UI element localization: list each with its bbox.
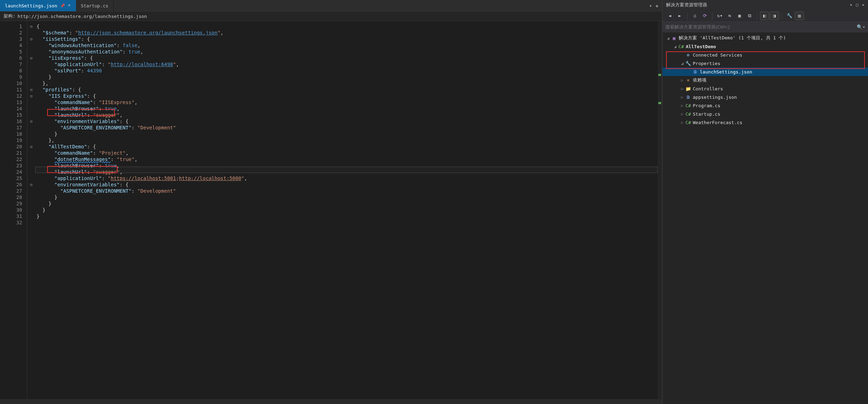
preview-button[interactable]: ▥ [795,12,804,20]
tree-weatherforecast[interactable]: ▷C# WeatherForecast.cs [663,118,868,127]
solution-explorer: 解决方案资源管理器 ▾ ▢ × ◄ ► ⌂ ⟳ ↻▾ ⇆ ▣ ⧉ ◧ ◨ 🔧 ▥ [662,0,868,404]
ruler-mark [658,102,661,104]
panel-title: 解决方案资源管理器 [666,2,707,8]
tree-dependencies[interactable]: ▷⌧ 依赖项 [663,76,868,84]
tab-launchsettings[interactable]: launchSettings.json 📌 × [0,0,76,11]
schema-link[interactable]: http://json.schemastore.org/launchsettin… [78,30,217,36]
tree-project[interactable]: ◢C# AllTestDemo [663,42,868,51]
schema-url[interactable]: http://json.schemastore.org/launchsettin… [18,14,147,19]
search-icon[interactable]: 🔍▾ [857,24,865,30]
dropdown-icon[interactable]: ▾ [850,2,852,7]
overview-ruler[interactable] [658,21,662,404]
search-input[interactable] [665,24,855,30]
url-link[interactable]: http://localhost:5000 [179,175,241,181]
tree-connected-services[interactable]: ⊕ Connected Services [663,51,868,59]
solexp-toolbar: ◄ ► ⌂ ⟳ ↻▾ ⇆ ▣ ⧉ ◧ ◨ 🔧 ▥ [663,10,868,22]
home-button[interactable]: ⌂ [690,12,699,20]
panel-title-bar: 解决方案资源管理器 ▾ ▢ × [663,0,868,10]
url-link[interactable]: https://localhost:5001 [111,175,176,181]
tree-program[interactable]: ▷C# Program.cs [663,101,868,110]
tree-controllers[interactable]: ▷📁 Controllers [663,84,868,93]
tree-launchsettings[interactable]: 🗎 launchSettings.json [663,68,868,76]
solexp-search[interactable]: 🔍▾ [663,22,868,32]
url-link[interactable]: http://localhost:6498 [111,62,173,67]
tab-settings-icon[interactable]: ✥ [655,3,658,8]
back-button[interactable]: ◄ [665,12,674,20]
collapse-button[interactable]: ⇆ [725,12,734,20]
solution-tree[interactable]: ◢▣ 解决方案 'AllTestDemo' (1 个项目, 共 1 个) ◢C#… [663,32,868,404]
schema-label: 架构: [4,13,15,19]
editor-tabbar: launchSettings.json 📌 × Startup.cs ▾ ✥ [0,0,662,11]
close-icon[interactable]: × [862,2,864,7]
code-editor[interactable]: 1 2 3 4 5 6 7 8 9 10 11 12 13 14 15 16 1… [0,21,662,404]
horizontal-scrollbar[interactable] [0,399,662,404]
ruler-mark [658,74,661,76]
tab-label: Startup.cs [81,3,108,8]
outline-gutter: ⊟⊟⊟ ⊟⊟ ⊟ ⊟ ⊟ [27,21,35,404]
properties-button[interactable]: 🔧 [785,12,794,20]
line-number-gutter: 1 2 3 4 5 6 7 8 9 10 11 12 13 14 15 16 1… [0,21,27,404]
copy-button[interactable]: ⧉ [745,12,754,20]
forward-button[interactable]: ► [675,12,684,20]
tree-startup[interactable]: ▷C# Startup.cs [663,110,868,118]
view-toggle-1[interactable]: ◧ [760,12,769,20]
refresh-button[interactable]: ↻▾ [715,12,724,20]
show-all-button[interactable]: ▣ [735,12,744,20]
tree-appsettings[interactable]: ▷🗎 appsettings.json [663,93,868,101]
close-icon[interactable]: × [68,3,71,8]
view-toggle-2[interactable]: ◨ [770,12,779,20]
tree-solution[interactable]: ◢▣ 解决方案 'AllTestDemo' (1 个项目, 共 1 个) [663,34,868,42]
schema-bar: 架构: http://json.schemastore.org/launchse… [0,11,662,21]
current-line-highlight [35,167,658,173]
pin-icon[interactable]: 📌 [60,4,65,8]
tab-dropdown-icon[interactable]: ▾ [649,3,652,8]
tab-startup[interactable]: Startup.cs [76,0,114,11]
sync-button[interactable]: ⟳ [700,12,709,20]
tree-properties[interactable]: ◢🔧 Properties [663,59,868,68]
editor-area: launchSettings.json 📌 × Startup.cs ▾ ✥ 架… [0,0,662,404]
code-content[interactable]: 💡{ "$schema": "http://json.schemastore.o… [35,21,662,404]
pin-icon[interactable]: ▢ [856,2,859,7]
tab-label: launchSettings.json [5,3,57,8]
